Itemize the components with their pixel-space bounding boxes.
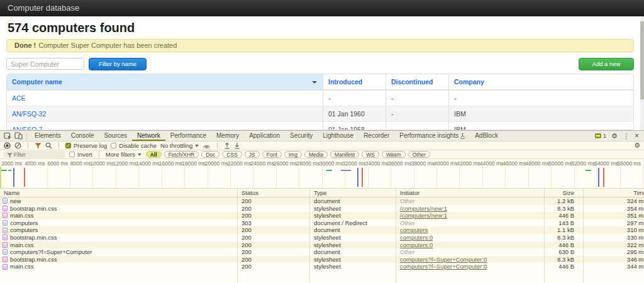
tab-console[interactable]: Console <box>66 131 99 141</box>
network-timeline-overview[interactable]: 2000 ms4000 ms6000 ms8000 ms10000 ms1200… <box>0 159 644 189</box>
document-file-icon <box>3 220 8 226</box>
request-name: bootstrap.min.css <box>10 234 57 241</box>
request-type-pill-doc[interactable]: Doc <box>201 151 219 158</box>
network-filter-input[interactable] <box>4 151 65 158</box>
page-scrollbar-thumb[interactable] <box>640 21 644 99</box>
network-request-row[interactable]: main.css200stylesheetcomputers:0446 B322… <box>0 241 644 249</box>
tab-network[interactable]: Network <box>132 131 165 141</box>
grid-column-header-time[interactable]: Time <box>584 189 644 197</box>
network-request-row[interactable]: bootstrap.min.css200stylesheetcomputers:… <box>0 234 644 241</box>
request-type-pill-font[interactable]: Font <box>262 151 282 158</box>
disable-cache-checkbox[interactable]: Disable cache <box>111 142 157 149</box>
network-settings-gear-icon[interactable]: ⚙ <box>634 142 640 149</box>
request-type-pill-fetch-xhr[interactable]: Fetch/XHR <box>164 151 199 158</box>
stylesheet-file-icon <box>3 206 8 211</box>
stylesheet-file-icon <box>3 213 8 218</box>
request-type-cell: stylesheet <box>310 241 396 249</box>
initiator-link[interactable]: /computers/new:1 <box>400 212 447 219</box>
add-new-computer-button[interactable]: Add a new computer <box>579 58 634 70</box>
request-type-pill-ws[interactable]: WS <box>362 151 379 158</box>
initiator-link[interactable]: computers?f=Super+Computer:0 <box>400 256 487 263</box>
network-request-row[interactable]: main.css200stylesheetcomputers?f=Super+C… <box>0 263 644 270</box>
filter-by-name-button[interactable]: Filter by name <box>89 58 147 70</box>
more-filters-dropdown[interactable]: More filters <box>106 151 142 158</box>
discontinued-cell: - <box>386 106 448 121</box>
request-type-pill-media[interactable]: Media <box>304 151 328 158</box>
initiator-link[interactable]: computers?f=Super+Computer:0 <box>400 263 487 270</box>
grid-column-header-initiator[interactable]: Initiator <box>396 189 545 197</box>
timeline-gridline <box>368 167 369 188</box>
network-conditions-icon[interactable] <box>203 143 211 149</box>
network-request-row[interactable]: main.css200stylesheet/computers/new:1446… <box>0 212 644 219</box>
request-type-pill-all[interactable]: All <box>146 151 162 158</box>
initiator-link[interactable]: computers:0 <box>400 241 433 248</box>
computer-name-link[interactable]: AN/FSQ-32 <box>12 110 46 118</box>
search-input[interactable] <box>6 58 84 70</box>
timeline-gridline <box>620 167 621 188</box>
computer-name-link[interactable]: ACE <box>12 94 26 102</box>
filter-funnel-icon <box>7 153 13 158</box>
initiator-link[interactable]: computers:0 <box>400 234 433 241</box>
request-type-pill-wasm[interactable]: Wasm <box>382 151 406 158</box>
request-size-cell: 446 B <box>545 263 584 270</box>
page-scrollbar[interactable] <box>640 16 644 130</box>
document-file-icon <box>3 228 8 233</box>
tab-security[interactable]: Security <box>285 131 318 141</box>
network-request-row[interactable]: bootstrap.min.css200stylesheetcomputers?… <box>0 256 644 264</box>
issues-counter[interactable]: 1 <box>595 133 606 139</box>
export-har-icon[interactable] <box>234 142 240 149</box>
column-header-company[interactable]: Company <box>448 74 633 90</box>
request-initiator-cell: computers <box>396 226 545 234</box>
column-header-introduced[interactable]: Introduced <box>323 74 386 90</box>
filter-toggle-icon[interactable] <box>35 143 42 149</box>
request-type-cell: stylesheet <box>310 234 396 241</box>
throttling-select[interactable]: No throttling <box>160 142 199 149</box>
grid-column-header-size[interactable]: Size <box>545 189 584 197</box>
tab-performance[interactable]: Performance <box>165 131 211 141</box>
tab-application[interactable]: Application <box>244 131 285 141</box>
timeline-gridline <box>414 167 414 188</box>
tab-recorder[interactable]: Recorder <box>358 131 394 141</box>
request-type-pill-js[interactable]: JS <box>245 151 260 158</box>
initiator-link[interactable]: /computers/new:1 <box>400 205 447 212</box>
request-time-cell: 330 ms <box>584 234 644 241</box>
tab-performance-insights[interactable]: Performance insights <box>394 131 470 141</box>
import-har-icon[interactable] <box>224 142 230 149</box>
search-network-icon[interactable] <box>45 142 52 149</box>
kebab-menu-icon[interactable]: ⋮ <box>623 133 630 140</box>
tab-memory[interactable]: Memory <box>211 131 244 141</box>
grid-column-header-name[interactable]: Name <box>0 189 238 197</box>
grid-column-header-type[interactable]: Type <box>310 189 396 197</box>
request-type-pill-other[interactable]: Other <box>408 151 430 158</box>
column-header-discontinued[interactable]: Discontinued <box>386 74 448 90</box>
device-toolbar-icon[interactable] <box>13 131 24 141</box>
preserve-log-checkbox[interactable]: ✓ Preserve log <box>65 142 107 149</box>
network-request-row[interactable]: bootstrap.min.css200stylesheet/computers… <box>0 205 644 213</box>
request-type-pill-manifest[interactable]: Manifest <box>330 151 359 158</box>
tab-sources[interactable]: Sources <box>99 131 132 141</box>
request-type-pill-css[interactable]: CSS <box>222 151 242 158</box>
tab-elements[interactable]: Elements <box>30 131 66 141</box>
initiator-link[interactable]: computers <box>400 226 428 233</box>
network-request-row[interactable]: new200documentOther1.2 kB324 ms <box>0 197 644 205</box>
computer-name-link[interactable]: AN/FSQ-7 <box>12 126 42 130</box>
grid-column-header-status[interactable]: Status <box>238 189 310 197</box>
close-devtools-icon[interactable]: × <box>635 133 639 140</box>
invert-checkbox[interactable]: Invert <box>69 151 92 158</box>
network-request-row[interactable]: computers303document / RedirectOther143 … <box>0 219 644 227</box>
initiator-other-label: Other <box>400 248 415 255</box>
record-network-log-button[interactable] <box>4 142 11 149</box>
settings-gear-icon[interactable]: ⚙ <box>611 133 618 140</box>
column-header-computer-name[interactable]: Computer name <box>7 74 323 90</box>
tab-adblock[interactable]: AdBlock <box>470 131 503 141</box>
request-status-cell: 200 <box>238 256 310 264</box>
network-request-row[interactable]: computers?f=Super+Computer200documentOth… <box>0 248 644 256</box>
stylesheet-file-icon <box>3 235 8 240</box>
clear-network-log-button[interactable] <box>14 142 21 149</box>
network-toolbar: ✓ Preserve log Disable cache No throttli… <box>0 142 644 150</box>
tab-lighthouse[interactable]: Lighthouse <box>318 131 358 141</box>
inspect-element-icon[interactable] <box>3 131 13 141</box>
load-event-marker <box>24 168 25 187</box>
request-type-pill-img[interactable]: Img <box>284 151 302 158</box>
network-request-row[interactable]: computers200documentcomputers1.1 kB310 m… <box>0 226 644 234</box>
